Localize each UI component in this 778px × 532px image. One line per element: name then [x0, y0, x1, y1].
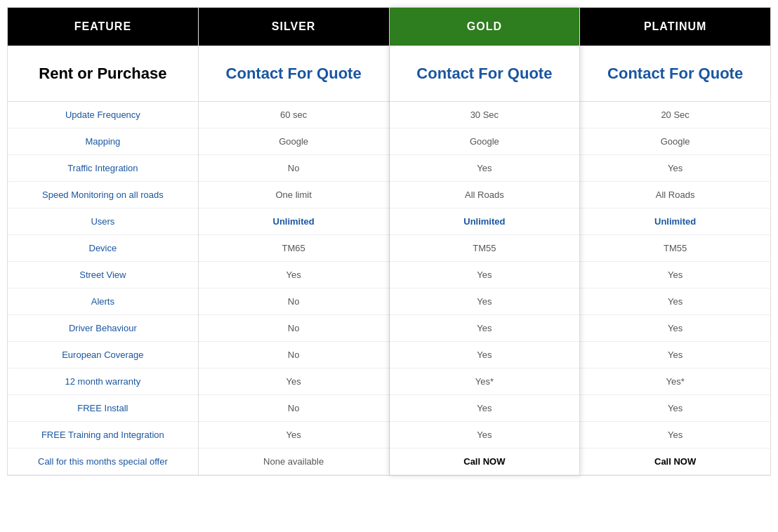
col-gold-row-9: Yes	[390, 342, 580, 368]
col-gold-row-8: Yes	[390, 315, 580, 342]
col-feature-row-4: Users	[8, 208, 198, 235]
col-gold-header: GOLD	[390, 8, 580, 46]
col-feature-row-13: Call for this months special offer	[8, 448, 198, 475]
col-platinum-row-5: TM55	[580, 235, 770, 262]
col-platinum-row-10: Yes*	[580, 368, 770, 395]
col-silver-row-13: None available	[199, 448, 389, 475]
col-feature-header: FEATURE	[8, 8, 198, 46]
col-platinum-row-4: Unlimited	[580, 208, 770, 235]
col-gold-price[interactable]: Contact For Quote	[390, 46, 580, 102]
col-silver-price[interactable]: Contact For Quote	[199, 46, 389, 102]
col-platinum-header: PLATINUM	[580, 8, 770, 46]
col-silver-row-6: Yes	[199, 262, 389, 288]
col-gold-row-10: Yes*	[390, 368, 580, 395]
col-feature-row-6: Street View	[8, 262, 198, 288]
col-platinum-row-2: Yes	[580, 155, 770, 182]
col-platinum-row-11: Yes	[580, 395, 770, 422]
col-silver-row-4: Unlimited	[199, 208, 389, 235]
col-feature: FEATURERent or PurchaseUpdate FrequencyM…	[8, 8, 199, 475]
col-silver-row-2: No	[199, 155, 389, 182]
col-feature-row-1: Mapping	[8, 128, 198, 155]
col-gold-row-4: Unlimited	[390, 208, 580, 235]
col-platinum-row-9: Yes	[580, 342, 770, 368]
col-feature-price: Rent or Purchase	[8, 46, 198, 102]
col-feature-row-3: Speed Monitoring on all roads	[8, 182, 198, 208]
col-feature-row-2: Traffic Integration	[8, 155, 198, 182]
col-gold-row-0: 30 Sec	[390, 102, 580, 128]
col-platinum-row-6: Yes	[580, 262, 770, 288]
col-gold-row-13: Call NOW	[390, 448, 580, 475]
col-platinum-row-7: Yes	[580, 288, 770, 315]
col-feature-row-8: Driver Behaviour	[8, 315, 198, 342]
col-platinum-row-1: Google	[580, 128, 770, 155]
col-silver-row-7: No	[199, 288, 389, 315]
col-gold: GOLDContact For Quote30 SecGoogleYesAll …	[390, 8, 581, 475]
col-gold-row-12: Yes	[390, 422, 580, 448]
col-platinum-row-3: All Roads	[580, 182, 770, 208]
col-platinum-row-13: Call NOW	[580, 448, 770, 475]
col-platinum-row-12: Yes	[580, 422, 770, 448]
col-gold-row-1: Google	[390, 128, 580, 155]
col-gold-row-2: Yes	[390, 155, 580, 182]
col-silver: SILVERContact For Quote60 secGoogleNoOne…	[199, 8, 390, 475]
col-gold-row-5: TM55	[390, 235, 580, 262]
col-feature-row-9: European Coverage	[8, 342, 198, 368]
col-silver-row-11: No	[199, 395, 389, 422]
col-feature-row-0: Update Frequency	[8, 102, 198, 128]
col-silver-row-1: Google	[199, 128, 389, 155]
col-silver-row-12: Yes	[199, 422, 389, 448]
col-silver-row-9: No	[199, 342, 389, 368]
col-silver-header: SILVER	[199, 8, 389, 46]
col-gold-row-6: Yes	[390, 262, 580, 288]
col-gold-row-7: Yes	[390, 288, 580, 315]
col-platinum-price[interactable]: Contact For Quote	[580, 46, 770, 102]
col-platinum: PLATINUMContact For Quote20 SecGoogleYes…	[580, 8, 770, 475]
col-feature-row-7: Alerts	[8, 288, 198, 315]
col-feature-row-12: FREE Training and Integration	[8, 422, 198, 448]
col-platinum-row-8: Yes	[580, 315, 770, 342]
col-feature-row-11: FREE Install	[8, 395, 198, 422]
col-silver-row-5: TM65	[199, 235, 389, 262]
col-feature-row-5: Device	[8, 235, 198, 262]
col-platinum-row-0: 20 Sec	[580, 102, 770, 128]
col-feature-row-10: 12 month warranty	[8, 368, 198, 395]
pricing-table: FEATURERent or PurchaseUpdate FrequencyM…	[7, 7, 771, 476]
col-silver-row-3: One limit	[199, 182, 389, 208]
col-silver-row-10: Yes	[199, 368, 389, 395]
col-silver-row-0: 60 sec	[199, 102, 389, 128]
col-gold-row-3: All Roads	[390, 182, 580, 208]
col-silver-row-8: No	[199, 315, 389, 342]
col-gold-row-11: Yes	[390, 395, 580, 422]
